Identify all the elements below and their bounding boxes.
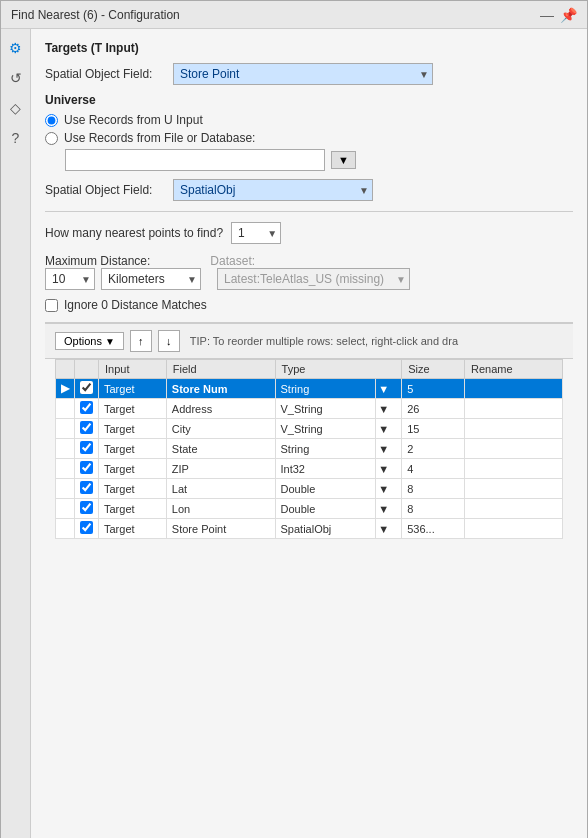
row-type[interactable]: Double	[275, 499, 376, 519]
col-type: Type	[275, 360, 402, 379]
row-arrow-cell	[56, 479, 75, 499]
row-type[interactable]: Double	[275, 479, 376, 499]
file-input-row: ▼	[65, 149, 573, 171]
row-type-arrow[interactable]: ▼	[376, 419, 402, 439]
row-checkbox-cell	[75, 399, 99, 419]
row-arrow-cell	[56, 399, 75, 419]
row-type[interactable]: String	[275, 379, 376, 399]
row-size: 536...	[402, 519, 465, 539]
spatial-field-select[interactable]: Store Point	[173, 63, 433, 85]
row-type-arrow[interactable]: ▼	[376, 459, 402, 479]
radio-use-file-label[interactable]: Use Records from File or Database:	[64, 131, 255, 145]
max-distance-labels-row: Maximum Distance: Dataset:	[45, 254, 573, 268]
col-input: Input	[99, 360, 167, 379]
row-size: 8	[402, 479, 465, 499]
table-row[interactable]: ▶TargetStore NumString▼5	[56, 379, 563, 399]
row-type[interactable]: String	[275, 439, 376, 459]
options-button[interactable]: Options ▼	[55, 332, 124, 350]
spatial-field-2-select-wrapper: SpatialObj ▼	[173, 179, 373, 201]
row-field: City	[166, 419, 275, 439]
bottom-panel: Options ▼ ↑ ↓ TIP: To reorder multiple r…	[45, 324, 573, 549]
row-checkbox-cell	[75, 439, 99, 459]
max-dist-val-wrapper: 10 5 20 ▼	[45, 268, 95, 290]
row-arrow-cell	[56, 459, 75, 479]
spatial-field-2-select[interactable]: SpatialObj	[173, 179, 373, 201]
radio-use-u-input[interactable]	[45, 114, 58, 127]
table-row[interactable]: TargetLatDouble▼8	[56, 479, 563, 499]
row-type-arrow[interactable]: ▼	[376, 499, 402, 519]
row-rename	[465, 399, 563, 419]
row-type-arrow[interactable]: ▼	[376, 379, 402, 399]
row-size: 8	[402, 499, 465, 519]
row-checkbox-cell	[75, 419, 99, 439]
row-checkbox[interactable]	[80, 481, 93, 494]
file-path-input[interactable]	[65, 149, 325, 171]
row-size: 5	[402, 379, 465, 399]
down-arrow-icon: ↓	[166, 335, 172, 347]
row-type[interactable]: Int32	[275, 459, 376, 479]
max-distance-controls: 10 5 20 ▼ Kilometers Miles Meters ▼	[45, 268, 573, 290]
table-row[interactable]: TargetStateString▼2	[56, 439, 563, 459]
row-size: 4	[402, 459, 465, 479]
table-row[interactable]: TargetStore PointSpatialObj▼536...	[56, 519, 563, 539]
max-distance-label: Maximum Distance:	[45, 254, 150, 268]
row-rename	[465, 499, 563, 519]
row-checkbox[interactable]	[80, 401, 93, 414]
max-distance-select[interactable]: 10 5 20	[45, 268, 95, 290]
toolbar-tip: TIP: To reorder multiple rows: select, r…	[190, 335, 458, 347]
row-type-arrow[interactable]: ▼	[376, 479, 402, 499]
row-checkbox[interactable]	[80, 421, 93, 434]
row-field: Store Num	[166, 379, 275, 399]
table-row[interactable]: TargetAddressV_String▼26	[56, 399, 563, 419]
table-row[interactable]: TargetZIPInt32▼4	[56, 459, 563, 479]
radio-row-1: Use Records from U Input	[45, 113, 573, 127]
table-body: ▶TargetStore NumString▼5TargetAddressV_S…	[56, 379, 563, 539]
sidebar-icon-help[interactable]: ?	[5, 127, 27, 149]
row-input: Target	[99, 399, 167, 419]
row-checkbox-cell	[75, 499, 99, 519]
row-checkbox[interactable]	[80, 381, 93, 394]
sidebar-icon-gear[interactable]: ⚙	[5, 37, 27, 59]
row-checkbox[interactable]	[80, 441, 93, 454]
main-layout: ⚙ ↺ ◇ ? Targets (T Input) Spatial Object…	[1, 29, 587, 838]
dataset-select[interactable]: Latest:TeleAtlas_US (missing)	[217, 268, 410, 290]
table-row[interactable]: TargetCityV_String▼15	[56, 419, 563, 439]
radio-use-file[interactable]	[45, 132, 58, 145]
row-type[interactable]: SpatialObj	[275, 519, 376, 539]
row-checkbox[interactable]	[80, 461, 93, 474]
row-checkbox[interactable]	[80, 521, 93, 534]
sidebar-icon-refresh[interactable]: ↺	[5, 67, 27, 89]
targets-section-title: Targets (T Input)	[45, 41, 573, 55]
row-type[interactable]: V_String	[275, 399, 376, 419]
move-up-button[interactable]: ↑	[130, 330, 152, 352]
radio-use-u-label[interactable]: Use Records from U Input	[64, 113, 203, 127]
ignore-checkbox[interactable]	[45, 299, 58, 312]
row-field: Address	[166, 399, 275, 419]
row-type-arrow[interactable]: ▼	[376, 399, 402, 419]
row-field: State	[166, 439, 275, 459]
content-area: Targets (T Input) Spatial Object Field: …	[31, 29, 587, 838]
row-size: 15	[402, 419, 465, 439]
file-browse-button[interactable]: ▼	[331, 151, 356, 169]
nearest-row: How many nearest points to find? 1 2 3 5…	[45, 222, 573, 244]
minimize-icon[interactable]: —	[540, 7, 554, 23]
universe-section: Universe Use Records from U Input Use Re…	[45, 93, 573, 201]
sidebar-icon-tag[interactable]: ◇	[5, 97, 27, 119]
row-input: Target	[99, 479, 167, 499]
row-type-arrow[interactable]: ▼	[376, 519, 402, 539]
table-row[interactable]: TargetLonDouble▼8	[56, 499, 563, 519]
row-rename	[465, 519, 563, 539]
nearest-select[interactable]: 1 2 3 5 10	[231, 222, 281, 244]
row-input: Target	[99, 439, 167, 459]
row-type-arrow[interactable]: ▼	[376, 439, 402, 459]
ignore-checkbox-row: Ignore 0 Distance Matches	[45, 298, 573, 312]
row-checkbox[interactable]	[80, 501, 93, 514]
row-type[interactable]: V_String	[275, 419, 376, 439]
pin-icon[interactable]: 📌	[560, 7, 577, 23]
ignore-label[interactable]: Ignore 0 Distance Matches	[64, 298, 207, 312]
move-down-button[interactable]: ↓	[158, 330, 180, 352]
title-bar-icons: — 📌	[540, 7, 577, 23]
divider-1	[45, 211, 573, 212]
unit-select[interactable]: Kilometers Miles Meters	[101, 268, 201, 290]
toolbar-row: Options ▼ ↑ ↓ TIP: To reorder multiple r…	[45, 324, 573, 359]
